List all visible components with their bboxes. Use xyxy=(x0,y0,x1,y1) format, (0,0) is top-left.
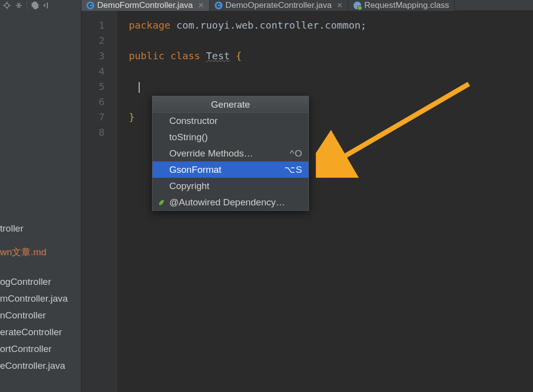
hide-icon[interactable] xyxy=(43,1,51,9)
line-number[interactable]: 6 xyxy=(81,94,116,110)
code-line xyxy=(117,64,533,79)
tab-demoform[interactable]: C DemoFormController.java ✕ xyxy=(81,0,210,11)
code-line: public class Test { xyxy=(117,48,533,64)
tree-item xyxy=(0,262,81,268)
popup-item-tostring[interactable]: toString() xyxy=(152,129,308,145)
popup-item-label: Copyright xyxy=(169,181,209,192)
popup-item-label: Constructor xyxy=(169,116,218,126)
annotation-icon: @ xyxy=(353,1,361,9)
line-number[interactable]: 4 xyxy=(81,64,116,79)
code-line: package com.ruoyi.web.controller.common; xyxy=(117,18,533,33)
tab-label: RequestMapping.class xyxy=(364,0,449,10)
popup-item-gsonformat[interactable]: GsonFormat ⌥S xyxy=(152,161,308,178)
line-gutter: 1 2 3 4 5 6 7 8 xyxy=(81,11,117,392)
tab-demooperate[interactable]: C DemoOperateController.java ✕ xyxy=(210,0,348,11)
popup-item-override[interactable]: Override Methods… ^O xyxy=(152,145,308,161)
popup-item-constructor[interactable]: Constructor xyxy=(152,113,308,129)
popup-item-label: Override Methods… xyxy=(169,148,253,159)
line-number[interactable]: 5 xyxy=(81,79,116,94)
line-number[interactable]: 1 xyxy=(81,18,116,33)
line-number[interactable]: 8 xyxy=(81,125,116,140)
java-class-icon: C xyxy=(86,1,94,9)
code-line xyxy=(117,79,533,94)
tree-item[interactable]: ortController xyxy=(0,341,81,357)
popup-item-label: toString() xyxy=(169,132,208,143)
close-icon[interactable]: ✕ xyxy=(337,1,343,10)
code-line xyxy=(117,33,533,48)
target-icon[interactable] xyxy=(3,1,11,9)
line-number[interactable]: 2 xyxy=(81,33,116,48)
tree-item[interactable]: nController xyxy=(0,307,81,324)
popup-item-copyright[interactable]: Copyright xyxy=(152,178,308,194)
editor-tabs: C DemoFormController.java ✕ C DemoOperat… xyxy=(81,0,533,11)
left-toolbar xyxy=(0,0,81,11)
tab-label: DemoFormController.java xyxy=(97,0,193,10)
tree-item[interactable]: eController.java xyxy=(0,357,81,374)
tree-item[interactable]: ogController xyxy=(0,274,81,290)
popup-item-autowired[interactable]: @Autowired Dependency… xyxy=(152,194,308,210)
tree-item[interactable]: wn文章.md xyxy=(0,243,81,262)
tree-item xyxy=(0,237,81,243)
toolbar-divider xyxy=(27,1,27,10)
line-number[interactable]: 3 xyxy=(81,48,116,64)
popup-shortcut: ⌥S xyxy=(284,164,303,175)
popup-shortcut: ^O xyxy=(290,148,303,159)
tree-item[interactable]: mController.java xyxy=(0,290,81,307)
collapse-icon[interactable] xyxy=(15,1,23,9)
java-class-icon: C xyxy=(215,1,223,9)
tree-item[interactable]: erateController xyxy=(0,324,81,341)
gear-icon[interactable] xyxy=(31,1,39,9)
close-icon[interactable]: ✕ xyxy=(198,1,204,10)
line-number[interactable]: 7 xyxy=(81,110,116,125)
text-caret xyxy=(139,82,140,93)
popup-item-label: GsonFormat xyxy=(169,164,222,175)
tree-item[interactable]: troller xyxy=(0,220,81,237)
tab-requestmapping[interactable]: @ RequestMapping.class xyxy=(348,0,455,11)
tab-label: DemoOperateController.java xyxy=(226,0,332,10)
svg-point-0 xyxy=(5,3,9,7)
project-tree[interactable]: troller wn文章.md ogController mController… xyxy=(0,11,81,392)
generate-popup: Generate Constructor toString() Override… xyxy=(152,96,309,211)
spring-leaf-icon xyxy=(157,198,165,206)
tree-item xyxy=(0,268,81,274)
popup-item-label: @Autowired Dependency… xyxy=(169,197,285,208)
popup-title: Generate xyxy=(152,96,308,113)
